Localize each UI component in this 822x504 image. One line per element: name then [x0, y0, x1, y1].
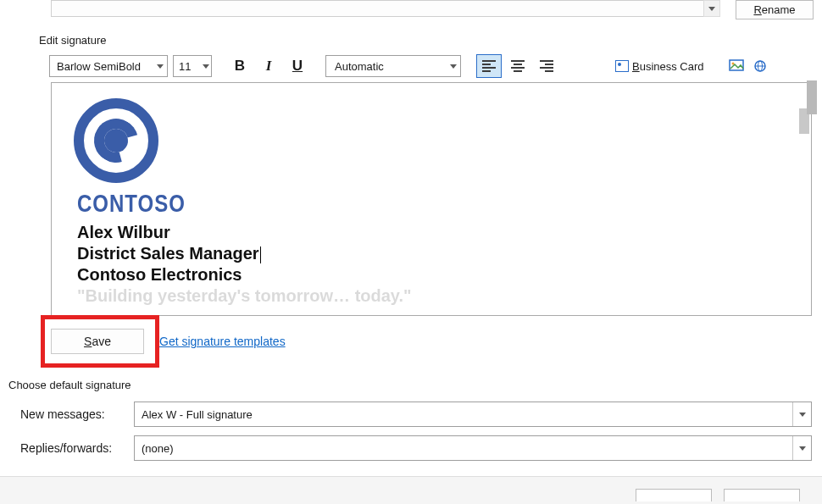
business-card-icon	[615, 60, 629, 72]
chevron-down-icon	[799, 446, 806, 451]
bold-button[interactable]: B	[227, 54, 253, 78]
get-templates-link[interactable]: Get signature templates	[159, 335, 286, 348]
font-size-select[interactable]: 11	[173, 55, 212, 77]
signature-toolbar: Barlow SemiBold 11 B I U Automatic Busin…	[49, 53, 822, 80]
signature-line-name: Alex Wilbur	[77, 222, 803, 243]
ok-button[interactable]	[636, 489, 712, 501]
choose-default-label: Choose default signature	[8, 379, 131, 391]
italic-button[interactable]: I	[256, 54, 281, 78]
signature-name-dropdown[interactable]	[703, 0, 720, 17]
insert-link-button[interactable]	[750, 56, 770, 76]
new-messages-select[interactable]: Alex W - Full signature	[134, 402, 812, 427]
rename-button[interactable]: Rename	[736, 0, 814, 19]
cancel-button[interactable]	[724, 489, 800, 501]
align-left-button[interactable]	[476, 54, 502, 78]
replies-forwards-select[interactable]: (none)	[134, 435, 812, 461]
contoso-logo: CONTOSO	[77, 98, 179, 213]
picture-icon	[729, 59, 744, 73]
new-messages-label: New messages:	[20, 407, 134, 421]
align-right-button[interactable]	[534, 54, 559, 78]
align-left-icon	[482, 60, 496, 72]
save-button[interactable]: Save	[51, 329, 144, 354]
business-card-button[interactable]: Business Card	[608, 55, 711, 77]
chevron-down-icon	[450, 64, 457, 69]
align-center-icon	[511, 60, 525, 72]
edit-signature-label: Edit signature	[39, 34, 107, 47]
replies-forwards-value: (none)	[142, 442, 174, 455]
underline-button[interactable]: U	[285, 54, 310, 78]
rename-label: Rename	[753, 3, 795, 16]
replies-dropdown-arrow	[792, 436, 811, 460]
chevron-down-icon	[203, 64, 209, 69]
new-messages-value: Alex W - Full signature	[142, 408, 253, 421]
link-icon	[753, 59, 768, 73]
chevron-down-icon	[157, 64, 164, 69]
font-color-select[interactable]: Automatic	[325, 55, 461, 77]
font-name-select[interactable]: Barlow SemiBold	[49, 55, 168, 77]
dialog-scrollbar[interactable]	[807, 80, 817, 114]
business-card-label: Business Card	[632, 60, 704, 73]
replies-forwards-label: Replies/forwards:	[20, 441, 134, 455]
new-messages-dropdown-arrow	[792, 402, 811, 426]
insert-image-button[interactable]	[726, 56, 747, 76]
signature-name-input[interactable]	[51, 0, 720, 17]
signature-line-title: District Sales Manager	[77, 243, 803, 264]
chevron-down-icon	[708, 7, 715, 11]
signature-line-tagline: "Building yesterday's tomorrow… today."	[77, 285, 803, 307]
font-name-value: Barlow SemiBold	[57, 60, 141, 73]
chevron-down-icon	[799, 413, 806, 417]
save-label: Save	[84, 335, 111, 348]
signature-editor[interactable]: CONTOSO Alex Wilbur District Sales Manag…	[51, 82, 812, 316]
font-color-value: Automatic	[335, 60, 384, 73]
align-right-icon	[540, 60, 553, 72]
signature-line-company: Contoso Electronics	[77, 264, 803, 285]
font-size-value: 11	[179, 60, 191, 73]
logo-text: CONTOSO	[77, 190, 179, 219]
align-center-button[interactable]	[505, 54, 530, 78]
